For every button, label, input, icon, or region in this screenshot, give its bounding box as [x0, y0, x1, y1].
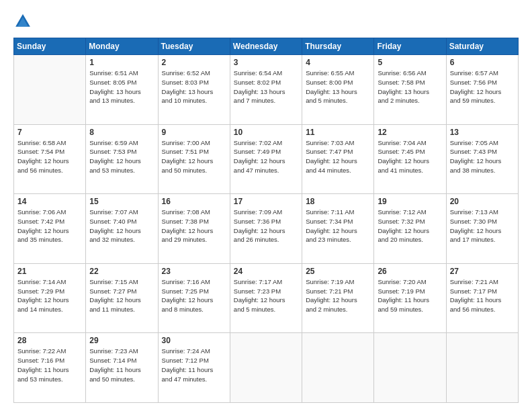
calendar-cell: [446, 333, 518, 403]
day-number: 8: [89, 128, 154, 137]
day-number: 18: [306, 197, 370, 206]
day-number: 6: [450, 58, 515, 67]
calendar-cell: 26Sunrise: 7:20 AM Sunset: 7:19 PM Dayli…: [374, 263, 446, 333]
day-info: Sunrise: 7:06 AM Sunset: 7:42 PM Dayligh…: [17, 208, 82, 244]
page: SundayMondayTuesdayWednesdayThursdayFrid…: [0, 0, 532, 411]
day-number: 25: [306, 267, 370, 276]
calendar-cell: 16Sunrise: 7:08 AM Sunset: 7:38 PM Dayli…: [158, 194, 230, 264]
day-number: 19: [378, 197, 442, 206]
weekday-header-tuesday: Tuesday: [158, 38, 230, 55]
week-row-3: 21Sunrise: 7:14 AM Sunset: 7:29 PM Dayli…: [14, 263, 519, 333]
logo-icon: [13, 12, 32, 31]
calendar-cell: 1Sunrise: 6:51 AM Sunset: 8:05 PM Daylig…: [86, 55, 158, 125]
day-number: 27: [450, 267, 515, 276]
week-row-1: 7Sunrise: 6:58 AM Sunset: 7:54 PM Daylig…: [14, 124, 519, 194]
day-info: Sunrise: 7:04 AM Sunset: 7:45 PM Dayligh…: [378, 138, 442, 175]
weekday-header-thursday: Thursday: [302, 38, 374, 55]
calendar-cell: 29Sunrise: 7:23 AM Sunset: 7:14 PM Dayli…: [86, 333, 158, 403]
calendar-cell: 14Sunrise: 7:06 AM Sunset: 7:42 PM Dayli…: [14, 194, 86, 264]
day-info: Sunrise: 6:52 AM Sunset: 8:03 PM Dayligh…: [162, 68, 226, 105]
day-number: 24: [234, 267, 298, 276]
day-number: 21: [17, 267, 82, 276]
calendar-cell: 25Sunrise: 7:19 AM Sunset: 7:21 PM Dayli…: [302, 263, 374, 333]
day-number: 9: [162, 128, 226, 137]
calendar-cell: [302, 333, 374, 403]
day-number: 5: [378, 58, 442, 67]
day-info: Sunrise: 6:59 AM Sunset: 7:53 PM Dayligh…: [89, 138, 154, 175]
calendar-cell: 6Sunrise: 6:57 AM Sunset: 7:56 PM Daylig…: [446, 55, 518, 125]
calendar-cell: 18Sunrise: 7:11 AM Sunset: 7:34 PM Dayli…: [302, 194, 374, 264]
day-number: 16: [162, 197, 226, 206]
week-row-2: 14Sunrise: 7:06 AM Sunset: 7:42 PM Dayli…: [14, 194, 519, 264]
day-number: 26: [378, 267, 442, 276]
week-row-4: 28Sunrise: 7:22 AM Sunset: 7:16 PM Dayli…: [14, 333, 519, 403]
day-number: 7: [17, 128, 82, 137]
calendar-cell: 15Sunrise: 7:07 AM Sunset: 7:40 PM Dayli…: [86, 194, 158, 264]
day-info: Sunrise: 6:57 AM Sunset: 7:56 PM Dayligh…: [450, 68, 515, 105]
weekday-header-friday: Friday: [374, 38, 446, 55]
calendar-cell: 17Sunrise: 7:09 AM Sunset: 7:36 PM Dayli…: [230, 194, 302, 264]
calendar-cell: 27Sunrise: 7:21 AM Sunset: 7:17 PM Dayli…: [446, 263, 518, 333]
calendar-cell: [374, 333, 446, 403]
weekday-header-wednesday: Wednesday: [230, 38, 302, 55]
calendar-cell: 10Sunrise: 7:02 AM Sunset: 7:49 PM Dayli…: [230, 124, 302, 194]
calendar-cell: 21Sunrise: 7:14 AM Sunset: 7:29 PM Dayli…: [14, 263, 86, 333]
day-info: Sunrise: 7:09 AM Sunset: 7:36 PM Dayligh…: [234, 208, 298, 244]
calendar-cell: 13Sunrise: 7:05 AM Sunset: 7:43 PM Dayli…: [446, 124, 518, 194]
day-info: Sunrise: 7:20 AM Sunset: 7:19 PM Dayligh…: [378, 277, 442, 314]
calendar-cell: 24Sunrise: 7:17 AM Sunset: 7:23 PM Dayli…: [230, 263, 302, 333]
day-info: Sunrise: 7:22 AM Sunset: 7:16 PM Dayligh…: [17, 347, 82, 383]
calendar-cell: 30Sunrise: 7:24 AM Sunset: 7:12 PM Dayli…: [158, 333, 230, 403]
calendar-cell: 19Sunrise: 7:12 AM Sunset: 7:32 PM Dayli…: [374, 194, 446, 264]
calendar-cell: 11Sunrise: 7:03 AM Sunset: 7:47 PM Dayli…: [302, 124, 374, 194]
calendar-cell: 7Sunrise: 6:58 AM Sunset: 7:54 PM Daylig…: [14, 124, 86, 194]
calendar-cell: [14, 55, 86, 125]
day-number: 4: [306, 58, 370, 67]
day-info: Sunrise: 6:56 AM Sunset: 7:58 PM Dayligh…: [378, 68, 442, 105]
calendar-cell: 28Sunrise: 7:22 AM Sunset: 7:16 PM Dayli…: [14, 333, 86, 403]
day-info: Sunrise: 7:21 AM Sunset: 7:17 PM Dayligh…: [450, 277, 515, 314]
day-info: Sunrise: 7:11 AM Sunset: 7:34 PM Dayligh…: [306, 208, 370, 244]
weekday-header-monday: Monday: [86, 38, 158, 55]
day-number: 17: [234, 197, 298, 206]
day-info: Sunrise: 7:02 AM Sunset: 7:49 PM Dayligh…: [234, 138, 298, 175]
day-info: Sunrise: 7:07 AM Sunset: 7:40 PM Dayligh…: [89, 208, 154, 244]
day-number: 15: [89, 197, 154, 206]
day-info: Sunrise: 6:54 AM Sunset: 8:02 PM Dayligh…: [234, 68, 298, 105]
day-info: Sunrise: 6:55 AM Sunset: 8:00 PM Dayligh…: [306, 68, 370, 105]
calendar-cell: 22Sunrise: 7:15 AM Sunset: 7:27 PM Dayli…: [86, 263, 158, 333]
calendar-cell: 2Sunrise: 6:52 AM Sunset: 8:03 PM Daylig…: [158, 55, 230, 125]
day-number: 20: [450, 197, 515, 206]
week-row-0: 1Sunrise: 6:51 AM Sunset: 8:05 PM Daylig…: [14, 55, 519, 125]
calendar-cell: 4Sunrise: 6:55 AM Sunset: 8:00 PM Daylig…: [302, 55, 374, 125]
calendar-cell: 12Sunrise: 7:04 AM Sunset: 7:45 PM Dayli…: [374, 124, 446, 194]
weekday-header-saturday: Saturday: [446, 38, 518, 55]
day-info: Sunrise: 6:58 AM Sunset: 7:54 PM Dayligh…: [17, 138, 82, 175]
day-info: Sunrise: 7:19 AM Sunset: 7:21 PM Dayligh…: [306, 277, 370, 314]
calendar-cell: [230, 333, 302, 403]
day-info: Sunrise: 7:12 AM Sunset: 7:32 PM Dayligh…: [378, 208, 442, 244]
day-number: 11: [306, 128, 370, 137]
day-number: 2: [162, 58, 226, 67]
day-number: 30: [162, 336, 226, 345]
day-info: Sunrise: 7:15 AM Sunset: 7:27 PM Dayligh…: [89, 277, 154, 314]
day-info: Sunrise: 7:16 AM Sunset: 7:25 PM Dayligh…: [162, 277, 226, 314]
logo: [13, 12, 35, 31]
day-info: Sunrise: 7:05 AM Sunset: 7:43 PM Dayligh…: [450, 138, 515, 175]
day-info: Sunrise: 7:23 AM Sunset: 7:14 PM Dayligh…: [89, 347, 154, 383]
weekday-header-sunday: Sunday: [14, 38, 86, 55]
day-info: Sunrise: 6:51 AM Sunset: 8:05 PM Dayligh…: [89, 68, 154, 105]
day-info: Sunrise: 7:03 AM Sunset: 7:47 PM Dayligh…: [306, 138, 370, 175]
day-number: 29: [89, 336, 154, 345]
day-info: Sunrise: 7:24 AM Sunset: 7:12 PM Dayligh…: [162, 347, 226, 383]
calendar-cell: 23Sunrise: 7:16 AM Sunset: 7:25 PM Dayli…: [158, 263, 230, 333]
day-number: 10: [234, 128, 298, 137]
day-number: 14: [17, 197, 82, 206]
calendar-cell: 9Sunrise: 7:00 AM Sunset: 7:51 PM Daylig…: [158, 124, 230, 194]
day-number: 28: [17, 336, 82, 345]
day-info: Sunrise: 7:00 AM Sunset: 7:51 PM Dayligh…: [162, 138, 226, 175]
day-number: 13: [450, 128, 515, 137]
day-info: Sunrise: 7:14 AM Sunset: 7:29 PM Dayligh…: [17, 277, 82, 314]
day-number: 23: [162, 267, 226, 276]
day-info: Sunrise: 7:17 AM Sunset: 7:23 PM Dayligh…: [234, 277, 298, 314]
